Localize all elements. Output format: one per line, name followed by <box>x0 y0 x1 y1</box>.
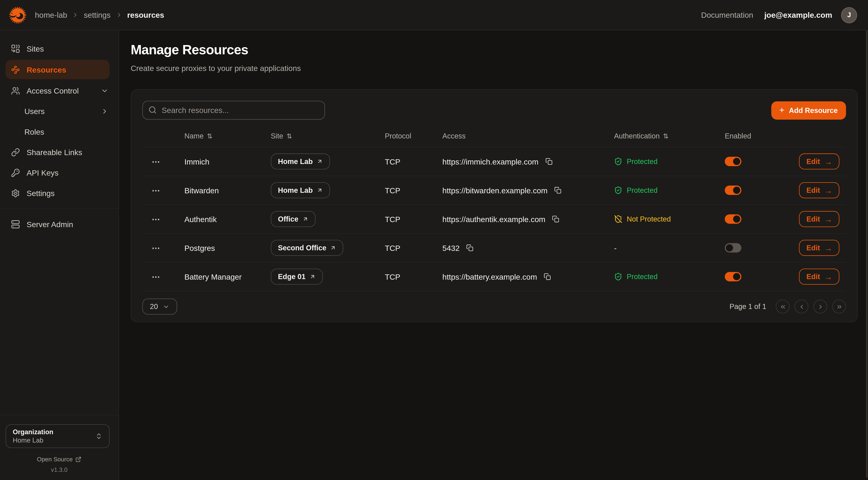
access-cell: https://battery.example.com <box>428 272 603 281</box>
column-header-name[interactable]: Name ⇅ <box>170 132 262 140</box>
user-email-button[interactable]: joe@example.com <box>764 10 832 19</box>
edit-cell: Edit → <box>787 182 846 199</box>
edit-button[interactable]: Edit → <box>799 153 839 170</box>
table-body: ⋯ Immich Home Lab TCP https://immich.exa… <box>142 147 846 291</box>
site-link[interactable]: Home Lab <box>271 182 330 199</box>
scrollbar[interactable] <box>866 1 868 478</box>
external-link-icon <box>75 456 82 462</box>
sidebar-nav: Sites Resources Access Control Users Rol… <box>0 38 119 234</box>
column-header-site[interactable]: Site ⇅ <box>262 132 366 140</box>
edit-button[interactable]: Edit → <box>799 211 839 227</box>
edit-button[interactable]: Edit → <box>799 182 839 199</box>
row-menu-button[interactable]: ⋯ <box>150 270 163 283</box>
copy-button[interactable] <box>544 157 553 166</box>
toggle-knob <box>733 187 740 194</box>
site-link[interactable]: Home Lab <box>271 153 330 170</box>
site-link[interactable]: Office <box>271 211 315 227</box>
sidebar-item-api-keys[interactable]: API Keys <box>0 163 119 182</box>
access-cell: https://immich.example.com <box>428 157 603 166</box>
breadcrumb-current: resources <box>127 10 164 19</box>
sidebar-item-label: Sites <box>27 44 44 53</box>
enabled-cell <box>715 243 787 252</box>
copy-icon <box>554 187 561 194</box>
enabled-toggle[interactable] <box>725 243 741 252</box>
resource-access: https://bitwarden.example.com <box>442 186 548 195</box>
enabled-toggle[interactable] <box>725 272 741 281</box>
row-menu-button[interactable]: ⋯ <box>150 184 163 197</box>
auth-cell: Not Protected <box>603 215 715 223</box>
link-icon <box>11 148 20 156</box>
copy-button[interactable] <box>553 185 562 195</box>
shield-check-icon <box>614 157 622 166</box>
row-menu-button[interactable]: ⋯ <box>150 213 163 226</box>
org-selector-label: Organization <box>13 428 95 436</box>
pangolin-logo-icon[interactable] <box>8 5 27 25</box>
prev-page-button[interactable] <box>795 300 808 313</box>
toggle-knob <box>733 273 740 280</box>
chevron-right-icon <box>817 303 824 310</box>
row-actions-cell: ⋯ <box>142 184 170 197</box>
row-menu-button[interactable]: ⋯ <box>150 155 163 168</box>
copy-button[interactable] <box>551 214 560 224</box>
column-header-authentication[interactable]: Authentication ⇅ <box>603 132 715 140</box>
sidebar: Sites Resources Access Control Users Rol… <box>0 30 119 480</box>
column-label: Protocol <box>385 132 411 140</box>
edit-button[interactable]: Edit → <box>799 240 839 256</box>
table-row: ⋯ Postgres Second Office TCP 5432 - Edit <box>142 234 846 263</box>
org-selector-value: Home Lab <box>13 437 95 444</box>
row-actions-cell: ⋯ <box>142 155 170 168</box>
copy-button[interactable] <box>542 272 552 281</box>
avatar[interactable]: J <box>841 7 857 23</box>
auth-status: Protected <box>627 272 657 281</box>
documentation-link[interactable]: Documentation <box>701 10 753 19</box>
sidebar-item-settings[interactable]: Settings <box>0 183 119 203</box>
site-cell: Office <box>262 211 366 227</box>
sidebar-item-roles[interactable]: Roles <box>0 122 119 141</box>
sidebar-item-shareable-links[interactable]: Shareable Links <box>0 142 119 161</box>
enabled-toggle[interactable] <box>725 214 741 224</box>
arrow-right-icon: → <box>825 158 832 166</box>
toggle-knob <box>733 158 740 165</box>
copy-icon <box>544 273 551 280</box>
toggle-knob <box>733 215 740 222</box>
next-page-button[interactable] <box>813 300 827 313</box>
sidebar-item-users[interactable]: Users <box>0 101 119 121</box>
last-page-button[interactable] <box>832 300 846 313</box>
site-link[interactable]: Second Office <box>271 240 343 256</box>
search-input[interactable] <box>142 101 325 120</box>
row-actions-cell: ⋯ <box>142 213 170 226</box>
auth-cell: - <box>603 243 715 252</box>
open-source-link[interactable]: Open Source <box>0 456 119 462</box>
table-row: ⋯ Bitwarden Home Lab TCP https://bitward… <box>142 176 846 205</box>
page-size-select[interactable]: 20 <box>142 298 177 314</box>
add-resource-button[interactable]: + Add Resource <box>771 101 846 119</box>
enabled-toggle[interactable] <box>725 185 741 195</box>
site-link[interactable]: Edge 01 <box>271 269 322 285</box>
sidebar-item-access-control[interactable]: Access Control <box>0 81 119 100</box>
column-label: Enabled <box>725 132 751 140</box>
auth-cell: Protected <box>603 272 715 281</box>
breadcrumb-settings[interactable]: settings <box>84 10 111 19</box>
access-cell: 5432 <box>428 243 603 252</box>
table-toolbar: + Add Resource <box>142 101 846 120</box>
sidebar-item-resources[interactable]: Resources <box>6 60 110 79</box>
copy-button[interactable] <box>465 243 475 252</box>
shell: Sites Resources Access Control Users Rol… <box>0 30 868 480</box>
toggle-knob <box>726 244 733 251</box>
sidebar-item-sites[interactable]: Sites <box>0 39 119 58</box>
first-page-button[interactable] <box>776 300 789 313</box>
resource-name: Bitwarden <box>170 186 262 195</box>
org-selector[interactable]: Organization Home Lab <box>6 424 110 448</box>
breadcrumb-org[interactable]: home-lab <box>35 10 67 19</box>
edit-label: Edit <box>806 244 820 252</box>
row-menu-button[interactable]: ⋯ <box>150 241 163 254</box>
pagination: Page 1 of 1 <box>730 300 846 313</box>
sort-icon: ⇅ <box>663 132 669 140</box>
auth-status: Not Protected <box>627 215 671 223</box>
arrow-up-right-icon <box>330 245 336 251</box>
edit-button[interactable]: Edit → <box>799 269 839 285</box>
enabled-toggle[interactable] <box>725 157 741 166</box>
arrow-right-icon: → <box>825 215 832 223</box>
main-content: Manage Resources Create secure proxies t… <box>119 30 868 480</box>
sidebar-item-server-admin[interactable]: Server Admin <box>0 214 119 234</box>
